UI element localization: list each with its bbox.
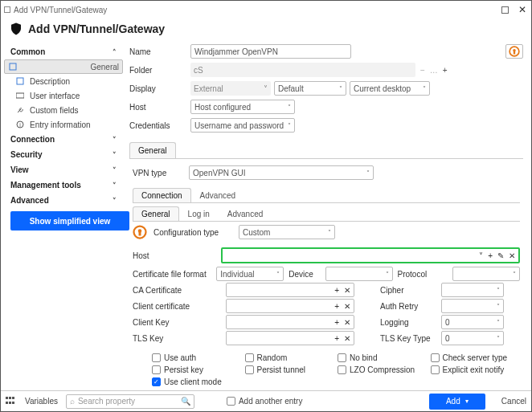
section-advanced[interactable]: Advanced˅ — [4, 193, 123, 208]
display-select[interactable]: External˅ — [190, 81, 271, 96]
add-button[interactable]: Add▾ — [429, 394, 485, 410]
cert-format-select[interactable]: Individual˅ — [216, 267, 284, 281]
main-content: Name Windjammer OpenVPN Folder cS − … + … — [126, 43, 531, 390]
cipher-select[interactable]: ˅ — [441, 283, 504, 297]
display-target-select[interactable]: Current desktop˅ — [350, 81, 430, 96]
doc-icon — [8, 62, 18, 71]
show-simplified-button[interactable]: Show simplified view — [10, 211, 129, 230]
check-persist-tunnel[interactable]: Persist tunnel — [245, 365, 335, 374]
tab-login[interactable]: Log in — [179, 206, 219, 221]
entry-icon-button[interactable] — [505, 44, 523, 59]
section-common[interactable]: Common˄ — [4, 44, 123, 59]
host-select[interactable]: Host configured˅ — [190, 100, 295, 114]
check-random[interactable]: Random — [245, 353, 335, 362]
dialog-title: Add VPN/Tunnel/Gateway — [28, 22, 165, 35]
tab-advanced2[interactable]: Advanced — [219, 206, 272, 221]
tls-type-label: TLS Key Type — [380, 334, 436, 343]
openvpn-icon — [133, 225, 147, 239]
credentials-label: Credentials — [129, 121, 190, 130]
edit-icon[interactable]: ✎ — [497, 251, 504, 260]
window-maximize[interactable] — [497, 4, 509, 15]
svg-rect-7 — [514, 51, 515, 55]
plus-icon[interactable]: + — [334, 286, 339, 295]
plus-icon[interactable]: + — [334, 318, 339, 327]
check-no-bind[interactable]: No bind — [338, 353, 428, 362]
app-icon — [4, 6, 10, 13]
sidebar: Common˄ General Description User interfa… — [1, 43, 126, 390]
section-connection[interactable]: Connection˅ — [4, 132, 123, 147]
add-another-check[interactable]: Add another entry — [227, 397, 303, 406]
name-label: Name — [129, 47, 190, 56]
svg-text:i: i — [19, 122, 21, 128]
chevron-up-icon: ˄ — [113, 48, 117, 56]
chevron-down-icon: ˅ — [113, 197, 117, 205]
variables-label[interactable]: Variables — [25, 397, 58, 406]
name-input[interactable]: Windjammer OpenVPN — [190, 44, 351, 59]
close-icon[interactable]: ✕ — [509, 251, 515, 260]
client-key-input[interactable]: +✕ — [226, 315, 354, 329]
sidebar-item-general[interactable]: General — [4, 59, 123, 74]
chevron-down-icon: ˅ — [479, 251, 483, 260]
tab-general2[interactable]: General — [133, 206, 179, 221]
credentials-select[interactable]: Username and password˅ — [190, 118, 295, 133]
search-input[interactable]: ⌕ Search property 🔍 — [66, 394, 194, 409]
window-close[interactable]: ✕ — [517, 4, 528, 15]
ca-cert-input[interactable]: +✕ — [226, 283, 354, 297]
search-go-icon[interactable]: 🔍 — [181, 397, 190, 406]
info-icon: i — [15, 120, 25, 129]
check-use-auth[interactable]: Use auth — [152, 353, 242, 362]
sidebar-item-description[interactable]: Description — [4, 74, 123, 88]
check-explicit-exit[interactable]: Explicit exit notify — [431, 365, 521, 374]
section-mgmt[interactable]: Management tools˅ — [4, 177, 123, 193]
close-icon[interactable]: ✕ — [344, 334, 350, 343]
sidebar-item-ui[interactable]: User interface — [4, 88, 123, 103]
window-title: Add VPN/Tunnel/Gateway — [14, 6, 107, 14]
client-cert-input[interactable]: +✕ — [226, 299, 354, 313]
sidebar-item-custom[interactable]: Custom fields — [4, 103, 123, 117]
folder-minus[interactable]: − — [420, 66, 425, 75]
config-type-label: Configuration type — [153, 228, 232, 237]
cancel-button[interactable]: Cancel — [501, 397, 526, 406]
check-lzo[interactable]: LZO Compression — [338, 365, 428, 374]
tab-connection[interactable]: Connection — [133, 188, 191, 202]
ca-cert-label: CA Certificate — [133, 286, 221, 295]
plus-icon[interactable]: + — [488, 251, 493, 260]
host-label: Host — [129, 103, 190, 112]
auth-retry-select[interactable]: ˅ — [441, 299, 504, 313]
chevron-down-icon: ˅ — [113, 151, 117, 159]
tls-key-input[interactable]: +✕ — [226, 331, 354, 345]
cipher-label: Cipher — [380, 286, 436, 295]
dialog-header: Add VPN/Tunnel/Gateway — [1, 18, 531, 43]
config-type-select[interactable]: Custom˅ — [239, 225, 335, 239]
protocol-select[interactable]: ˅ — [452, 267, 520, 281]
ui-icon — [15, 91, 25, 100]
plus-icon[interactable]: + — [334, 334, 339, 343]
close-icon[interactable]: ✕ — [344, 318, 350, 327]
display-mode-select[interactable]: Default˅ — [274, 81, 346, 96]
vpn-type-select[interactable]: OpenVPN GUI˅ — [189, 165, 374, 180]
tab-advanced[interactable]: Advanced — [191, 188, 244, 202]
tab-general[interactable]: General — [129, 142, 176, 158]
folder-plus[interactable]: + — [443, 66, 448, 75]
tls-type-select[interactable]: 0˅ — [441, 331, 504, 345]
search-icon: ⌕ — [70, 397, 75, 406]
section-security[interactable]: Security˅ — [4, 147, 123, 162]
device-select[interactable]: ˅ — [325, 267, 393, 281]
close-icon[interactable]: ✕ — [344, 302, 350, 311]
plus-icon[interactable]: + — [334, 302, 339, 311]
sub-tabs: Connection Advanced — [133, 188, 520, 203]
folder-dots[interactable]: … — [430, 66, 438, 75]
check-server-type[interactable]: Check server type — [431, 353, 521, 362]
sidebar-item-info[interactable]: i Entry information — [4, 117, 123, 132]
section-view[interactable]: View˅ — [4, 162, 123, 177]
svg-rect-1 — [17, 78, 23, 84]
main-tabs: General — [129, 142, 523, 159]
grid-icon[interactable] — [6, 397, 17, 406]
client-key-label: Client Key — [133, 318, 221, 327]
check-client-mode[interactable]: ✓Use client mode — [152, 377, 242, 386]
host-input[interactable]: ˅ + ✎ ✕ — [221, 247, 520, 263]
check-persist-key[interactable]: Persist key — [152, 365, 242, 374]
folder-input[interactable]: cS — [190, 63, 415, 77]
logging-select[interactable]: 0˅ — [441, 315, 504, 329]
close-icon[interactable]: ✕ — [344, 286, 350, 295]
